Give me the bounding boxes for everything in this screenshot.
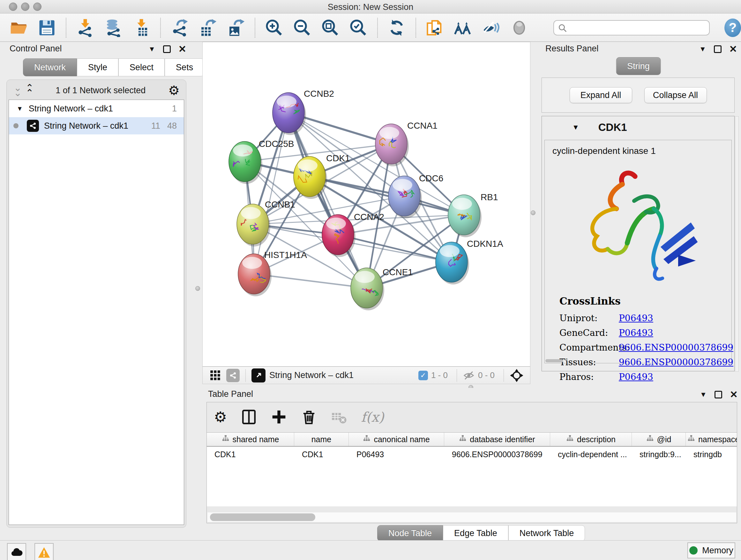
selected-nodes-checkbox[interactable]: ✓ [418, 371, 428, 380]
import-table-button[interactable] [131, 18, 151, 38]
save-session-button[interactable] [37, 18, 57, 38]
column-header-name[interactable]: name [294, 433, 349, 446]
network-options-gear-icon[interactable]: ⚙ [168, 83, 180, 98]
zoom-in-button[interactable] [264, 18, 284, 38]
expand-all-networks-icon[interactable]: ⌃⌃ [25, 85, 33, 96]
cloud-services-button[interactable] [7, 543, 26, 560]
panel-close-button[interactable]: ✕ [179, 44, 186, 54]
open-session-button[interactable] [9, 18, 29, 38]
clone-network-button[interactable] [425, 18, 445, 38]
panel-menu-caret[interactable]: ▼ [699, 45, 706, 53]
function-builder-button[interactable]: f(x) [361, 409, 384, 425]
panel-close-button[interactable]: ✕ [730, 390, 738, 399]
node-HIST1H1A[interactable]: HIST1H1A [238, 250, 307, 296]
apply-layout-button[interactable] [387, 18, 407, 38]
column-header-namespace[interactable]: namespace [686, 433, 737, 446]
network-row[interactable]: String Network – cdk1 11 48 [9, 117, 184, 134]
table-cell[interactable]: CDK1 [294, 447, 349, 462]
open-in-window-icon[interactable] [252, 368, 266, 382]
zoom-selected-button[interactable] [348, 18, 368, 38]
node-CDC6[interactable]: CDC6 [388, 173, 443, 219]
table-scrollbar-thumb[interactable] [210, 513, 315, 521]
table-cell[interactable]: P06493 [349, 447, 444, 462]
vertical-scrollbar[interactable] [735, 116, 739, 372]
node-CCNA2[interactable]: CCNA2 [322, 212, 384, 257]
node-CDKN1A[interactable]: CDKN1A [435, 239, 503, 285]
delete-table-icon[interactable] [331, 409, 347, 425]
tab-style[interactable]: Style [77, 58, 118, 76]
crosslink-row: GeneCard:P06493 [559, 325, 733, 340]
crosslink-link[interactable]: P06493 [619, 327, 653, 338]
birdseye-navigator-icon[interactable] [510, 368, 524, 382]
fit-content-button[interactable] [320, 18, 340, 38]
column-header-database-identifier[interactable]: database identifier [444, 433, 550, 446]
table-cell[interactable]: 9606.ENSP00000378699 [444, 447, 550, 462]
tab-select[interactable]: Select [118, 58, 165, 76]
table-cell[interactable]: stringdb [686, 447, 737, 462]
node-CCNB2[interactable]: CCNB2 [273, 89, 334, 135]
network-share-icon[interactable] [226, 369, 240, 382]
crosslink-link[interactable]: 9606.ENSP00000378699 [619, 342, 733, 353]
panel-float-button[interactable] [715, 391, 722, 398]
delete-column-icon[interactable] [301, 409, 317, 425]
import-network-database-button[interactable] [104, 18, 123, 38]
table-row[interactable]: CDK1CDK1P064939606.ENSP00000378699cyclin… [207, 447, 737, 462]
column-header-canonical-name[interactable]: canonical name [349, 433, 444, 446]
network-collection-row[interactable]: ▼ String Network – cdk1 1 [9, 100, 184, 117]
tab-string[interactable]: String [616, 57, 661, 75]
table-cell[interactable]: cyclin-dependent ... [550, 447, 632, 462]
horizontal-scrollbar-thumb[interactable] [545, 359, 563, 362]
column-header-shared-name[interactable]: shared name [207, 433, 294, 446]
node-CDK1[interactable]: CDK1 [293, 153, 350, 199]
crosslink-link[interactable]: P06493 [619, 372, 653, 382]
column-header--id[interactable]: @id [632, 433, 686, 446]
gene-section-caret[interactable]: ▼ [572, 123, 579, 132]
edge-CCNB2-CCNE1[interactable] [288, 113, 367, 288]
export-network-button[interactable] [170, 18, 190, 38]
expand-all-button[interactable]: Expand All [569, 87, 632, 103]
panel-menu-caret[interactable]: ▼ [700, 390, 707, 399]
show-columns-icon[interactable] [241, 409, 257, 425]
node-CDC25B[interactable]: CDC25B [229, 139, 294, 184]
tab-network-table[interactable]: Network Table [509, 525, 585, 541]
crosslink-link[interactable]: 9606.ENSP00000378699 [619, 357, 733, 368]
tab-edge-table[interactable]: Edge Table [443, 525, 509, 541]
table-settings-gear-icon[interactable]: ⚙ [214, 408, 227, 426]
tab-node-table[interactable]: Node Table [377, 525, 443, 541]
splitter-handle[interactable] [195, 286, 200, 291]
network-canvas[interactable]: CCNB2CCNA1CDC25BCDK1CDC6RB1CCNB1CCNA2CDK… [202, 42, 530, 367]
show-all-button[interactable] [509, 18, 529, 38]
collection-expand-caret[interactable]: ▼ [17, 105, 23, 112]
hide-selected-button[interactable] [481, 18, 501, 38]
crosslink-link[interactable]: P06493 [619, 313, 653, 323]
panel-menu-caret[interactable]: ▼ [148, 45, 155, 53]
export-image-button[interactable] [226, 18, 246, 38]
hidden-eye-icon[interactable] [463, 369, 475, 381]
panel-close-button[interactable]: ✕ [729, 44, 737, 54]
panel-float-button[interactable] [714, 45, 722, 53]
add-column-icon[interactable] [271, 409, 287, 425]
warnings-button[interactable] [35, 543, 54, 560]
splitter-handle[interactable] [531, 210, 536, 215]
panel-float-button[interactable] [163, 45, 171, 53]
search-input[interactable] [553, 20, 710, 36]
crosslink-row: Uniprot:P06493 [559, 311, 733, 325]
table-horizontal-scrollbar[interactable] [207, 512, 736, 522]
import-network-file-button[interactable] [75, 18, 95, 38]
grid-view-icon[interactable] [210, 370, 221, 381]
column-header-description[interactable]: description [550, 433, 632, 446]
node-RB1[interactable]: RB1 [448, 192, 498, 237]
tab-sets[interactable]: Sets [165, 58, 204, 76]
table-cell[interactable]: stringdb:9... [632, 447, 686, 462]
zoom-out-button[interactable] [292, 18, 312, 38]
export-table-button[interactable] [198, 18, 218, 38]
node-CCNE1[interactable]: CCNE1 [351, 267, 413, 310]
network-list: ▼ String Network – cdk1 1 String Network… [9, 100, 184, 525]
table-cell[interactable]: CDK1 [207, 447, 294, 462]
tab-network[interactable]: Network [23, 58, 77, 76]
collapse-all-networks-icon[interactable]: ⌄⌄ [14, 85, 21, 96]
help-button[interactable]: ? [724, 18, 741, 37]
memory-button[interactable]: Memory [687, 543, 735, 558]
collapse-all-button[interactable]: Collapse All [644, 87, 707, 103]
first-neighbors-button[interactable] [453, 18, 473, 38]
